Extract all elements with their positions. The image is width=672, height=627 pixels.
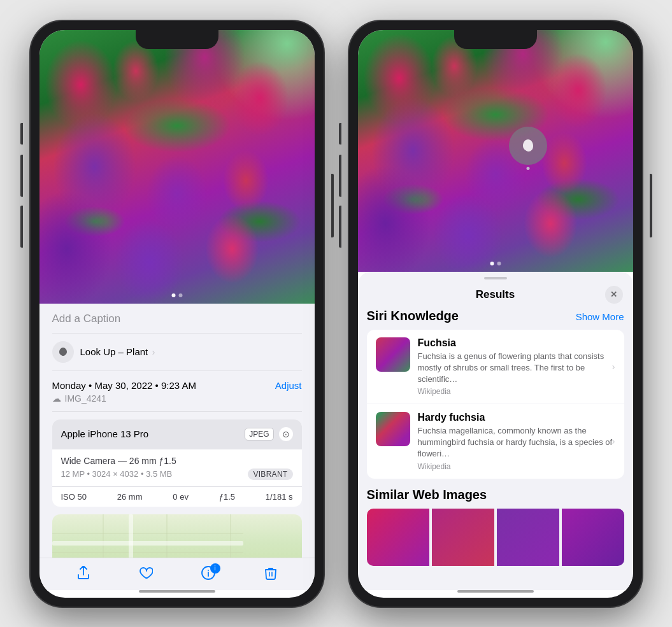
caption-area[interactable]: Add a Caption (52, 304, 302, 334)
fuchsia-chevron: › (612, 362, 615, 372)
notch (136, 30, 218, 49)
close-button[interactable]: ✕ (605, 286, 623, 304)
similar-image-1[interactable] (367, 509, 429, 566)
leaf-icon (57, 346, 69, 358)
exif-focal: 26 mm (117, 492, 143, 502)
location-icon[interactable]: ⊙ (279, 427, 293, 441)
hardy-info: Hardy fuchsia Fuchsia magellanica, commo… (418, 412, 615, 471)
page-dot-1 (171, 293, 175, 297)
lookup-chevron: › (152, 346, 155, 357)
fuchsia-thumbnail (376, 337, 410, 372)
similar-web-section: Similar Web Images (367, 488, 624, 566)
right-page-dot-2 (497, 262, 501, 265)
visual-search-dot (527, 167, 530, 170)
info-badge: i (210, 563, 220, 574)
mute-switch-r[interactable] (339, 123, 341, 144)
device-section: Apple iPhone 13 Pro JPEG ⊙ Wide Camera —… (52, 419, 302, 507)
map-svg (52, 514, 243, 558)
right-photo-display[interactable] (358, 30, 633, 272)
exif-aperture: ƒ1.5 (219, 492, 235, 502)
notch-r (454, 30, 537, 49)
similar-image-2[interactable] (432, 509, 494, 566)
knowledge-item-hardy[interactable]: Hardy fuchsia Fuchsia magellanica, commo… (367, 404, 624, 479)
info-panel: Add a Caption Look Up – Plant › Monday •… (39, 304, 315, 558)
fuchsia-info: Fuchsia Fuchsia is a genus of flowering … (418, 337, 615, 397)
exif-iso: ISO 50 (61, 492, 87, 502)
mp-text: 12 MP • 3024 × 4032 • 3.5 MB (61, 469, 173, 479)
volume-down-button-r[interactable] (339, 206, 341, 248)
right-flower-image (358, 30, 633, 272)
show-more-button[interactable]: Show More (576, 311, 624, 322)
device-detail: Wide Camera — 26 mm ƒ1.5 12 MP • 3024 × … (52, 449, 302, 486)
svg-rect-7 (52, 541, 243, 546)
svg-rect-8 (129, 514, 133, 558)
siri-knowledge-header: Siri Knowledge Show More (367, 309, 624, 323)
siri-knowledge-title: Siri Knowledge (367, 309, 459, 323)
hardy-desc: Fuchsia magellanica, commonly known as t… (418, 425, 615, 460)
similar-image-3[interactable] (497, 509, 559, 566)
power-button-r[interactable] (650, 174, 652, 237)
exif-ev: 0 ev (173, 492, 189, 502)
page-dot-2 (178, 293, 182, 297)
favorite-button[interactable] (139, 566, 153, 580)
hardy-thumbnail (376, 412, 410, 446)
results-header: Results ✕ (358, 279, 633, 309)
right-phone-screen: Results ✕ Siri Knowledge Show More (358, 30, 633, 598)
similar-web-title: Similar Web Images (367, 488, 624, 502)
flower-image (39, 30, 315, 304)
lookup-label[interactable]: Look Up – Plant › (80, 346, 155, 357)
left-phone: Add a Caption Look Up – Plant › Monday •… (31, 21, 324, 607)
bottom-toolbar: i (39, 558, 315, 590)
format-badge: JPEG (245, 428, 273, 440)
hardy-source: Wikipedia (418, 462, 615, 471)
svg-point-11 (208, 570, 209, 571)
right-page-dot-1 (490, 262, 494, 265)
map-area[interactable] (52, 514, 302, 558)
right-page-indicators (490, 262, 501, 265)
camera-spec: Wide Camera — 26 mm ƒ1.5 (61, 456, 293, 466)
device-name: Apple iPhone 13 Pro (61, 428, 149, 439)
caption-placeholder[interactable]: Add a Caption (52, 313, 121, 325)
results-panel: Results ✕ Siri Knowledge Show More (358, 272, 633, 590)
date-text: Monday • May 30, 2022 • 9:23 AM (52, 380, 196, 391)
photo-display[interactable] (39, 30, 315, 304)
device-header: Apple iPhone 13 Pro JPEG ⊙ (52, 419, 302, 449)
results-title: Results (386, 288, 605, 301)
knowledge-item-fuchsia[interactable]: Fuchsia Fuchsia is a genus of flowering … (367, 330, 624, 405)
lookup-icon-circle (52, 341, 74, 363)
volume-down-button[interactable] (20, 206, 23, 248)
info-button[interactable]: i (201, 566, 215, 580)
volume-up-button[interactable] (20, 155, 23, 197)
delete-button[interactable] (264, 566, 278, 580)
fuchsia-source: Wikipedia (418, 387, 615, 396)
cloud-icon: ☁ (52, 393, 61, 404)
home-indicator-r (457, 590, 534, 593)
mute-switch[interactable] (20, 123, 23, 144)
hardy-chevron: › (612, 436, 615, 446)
visual-search-indicator (509, 127, 547, 165)
similar-web-grid (367, 509, 624, 566)
page-indicators (171, 293, 182, 297)
fuchsia-name: Fuchsia (418, 337, 615, 349)
share-button[interactable] (76, 566, 90, 580)
exif-row: ISO 50 26 mm 0 ev ƒ1.5 1/181 s (52, 486, 302, 507)
similar-image-4[interactable] (562, 509, 624, 566)
style-badge: VIBRANT (248, 468, 292, 480)
hardy-name: Hardy fuchsia (418, 412, 615, 423)
lookup-row[interactable]: Look Up – Plant › (52, 334, 302, 371)
home-indicator (139, 590, 215, 593)
volume-up-button-r[interactable] (339, 155, 341, 197)
exif-shutter: 1/181 s (266, 492, 293, 502)
adjust-button[interactable]: Adjust (275, 380, 302, 391)
fuchsia-desc: Fuchsia is a genus of flowering plants t… (418, 351, 615, 386)
power-button[interactable] (331, 174, 334, 237)
device-badges: JPEG ⊙ (245, 427, 292, 441)
leaf-search-icon (519, 137, 537, 155)
knowledge-card: Fuchsia Fuchsia is a genus of flowering … (367, 330, 624, 479)
results-content: Siri Knowledge Show More Fuchsia Fuchsia… (358, 309, 633, 575)
right-phone: Results ✕ Siri Knowledge Show More (349, 21, 642, 607)
date-section: Monday • May 30, 2022 • 9:23 AM Adjust ☁… (52, 371, 302, 412)
filename: IMG_4241 (65, 393, 106, 404)
left-phone-screen: Add a Caption Look Up – Plant › Monday •… (39, 30, 315, 598)
